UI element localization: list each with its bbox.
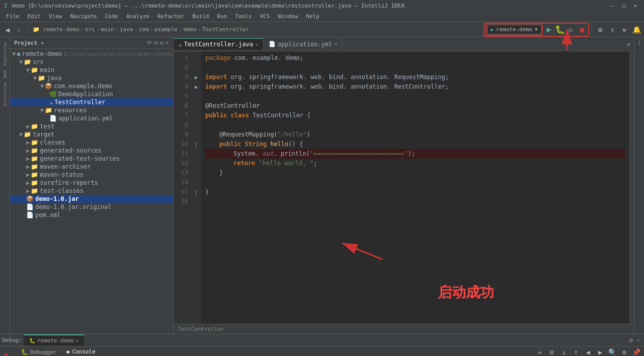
structure-icon[interactable]: Structure [3,82,8,107]
menu-tools[interactable]: Tools [231,12,256,21]
tree-item-maven-status[interactable]: ▶ 📁 maven-status [10,171,173,179]
tree-item-pom-xml[interactable]: 📄 pom.xml [10,211,173,219]
expand-main: ▼ [26,66,30,74]
menu-navigate[interactable]: Navigate [66,12,101,21]
menu-edit[interactable]: Edit [24,12,45,21]
tree-item-maven-archiver[interactable]: ▶ 📁 maven-archiver [10,163,173,171]
tree-item-surefire-reports[interactable]: ▶ 📁 surefire-reports [10,179,173,187]
breadcrumb-demo[interactable]: demo [183,26,197,33]
menu-help[interactable]: Help [302,12,324,21]
tree-item-remote-demo[interactable]: ▼ ◼ remote-demo D:\courseview\project\de… [10,50,173,58]
sidebar-close-icon[interactable]: × [166,39,169,46]
debug-settings-icon[interactable]: ⚙ [628,335,634,345]
tree-item-demo-jar[interactable]: 📦 demo-1.0.jar [10,195,173,203]
back-btn[interactable]: ◀ [2,24,13,35]
debugger-icon: 🐛 [21,349,28,355]
menu-build[interactable]: Build [188,12,213,21]
menu-file[interactable]: File [2,12,24,21]
breadcrumb-testcontroller[interactable]: TestController [202,26,249,33]
debug-button[interactable]: 🐛 [554,24,566,35]
stop-btn[interactable]: ■ [577,24,588,35]
menu-analyze[interactable]: Analyze [122,12,153,21]
breadcrumb-src[interactable]: src [85,26,95,33]
tab-application-yml[interactable]: 📄 application.yml × [264,39,343,50]
forward-btn[interactable]: ▶ [14,24,25,35]
breadcrumb-remote-demo[interactable]: remote-demo [43,26,79,33]
folder-icon-gen-sources: 📁 [31,147,38,154]
console-filter-icon[interactable]: 🔍 [607,347,618,357]
scrollbar-right[interactable] [629,51,634,324]
tree-item-main[interactable]: ▼ 📁 main [10,66,173,74]
minimize-btn[interactable]: – [608,3,617,9]
tree-item-demo-jar-original[interactable]: 📄 demo-1.0.jar.original [10,203,173,211]
tree-item-target[interactable]: ▼ 📁 target [10,130,173,138]
breadcrumb-com[interactable]: com [139,26,149,33]
menu-vcs[interactable]: VCS [256,12,274,21]
tree-item-resources[interactable]: ▼ 📁 resources [10,106,173,114]
console-pin-icon[interactable]: 📌 [631,347,642,357]
web-icon[interactable]: Web [3,70,8,78]
menu-run[interactable]: Run [213,12,231,21]
console-scroll-start-icon[interactable]: ↑ [571,347,582,357]
tree-item-generated-test-sources[interactable]: ▶ 📁 generated-test-sources [10,155,173,163]
right-panel-chevron[interactable]: ⟨ [637,39,641,46]
tree-item-classes[interactable]: ▶ 📁 classes [10,138,173,147]
tree-item-testcontroller[interactable]: ☕ TestController [10,98,173,106]
console-scroll-end-icon[interactable]: ↓ [558,347,570,357]
menu-window[interactable]: Window [274,12,302,21]
build-btn[interactable]: ⚒ [619,24,630,35]
tree-item-package[interactable]: ▼ 📦 com.example.demo [10,82,173,90]
console-prev-icon[interactable]: ◀ [583,347,594,357]
maximize-btn[interactable]: □ [619,3,629,9]
tree-item-test-classes[interactable]: ▶ 📁 test-classes [10,187,173,195]
menu-code[interactable]: Code [101,12,122,21]
config-dropdown-icon[interactable]: ▼ [534,26,538,33]
tree-item-demoapplication[interactable]: 🌿 DemoApplication [10,90,173,98]
breadcrumb-example[interactable]: example [154,26,178,33]
menu-view[interactable]: View [45,12,66,21]
editor-settings-btn[interactable]: ≡ [623,39,634,50]
window-controls[interactable]: – □ × [608,3,640,9]
menu-refactor[interactable]: Refactor [153,12,188,21]
editor-content: 1 2 3 4 5 6 7 8 9 10 11 12 13 14 15 16 [174,51,634,324]
breadcrumb-main[interactable]: main [101,26,114,33]
tree-item-src[interactable]: ▼ 📁 src [10,58,173,66]
collapse-all-icon[interactable]: ⊟ [154,39,157,46]
favorites-icon[interactable]: Favorites [3,41,8,66]
toolbar: ◀ ▶ 📁 remote-demo › src › main › java › … [0,22,644,37]
tab-testcontroller[interactable]: ☕ TestController.java × [174,38,264,50]
console-clear-icon[interactable]: ⊡ [546,347,557,357]
close-btn[interactable]: × [630,3,640,9]
debug-tab-remote-demo[interactable]: 🐛 remote-demo × [24,334,84,346]
file-tree: ▼ ◼ remote-demo D:\courseview\project\de… [10,49,173,334]
tree-item-application-yml[interactable]: 📄 application.yml [10,114,173,122]
console-wrap-icon[interactable]: ⇔ [534,347,545,357]
vcs-btn[interactable]: ↑ [607,24,618,35]
debug-tab-close[interactable]: × [76,338,79,343]
run-with-coverage-btn[interactable]: ▷ [566,24,577,35]
tab-close-application-yml[interactable]: × [334,41,337,47]
debug-resume-btn[interactable]: ▶ [2,348,13,356]
subtab-debugger[interactable]: 🐛 Debugger [16,347,62,356]
tree-path-remote-demo: D:\courseview\project\demo\remote... [64,51,173,57]
run-config-selector[interactable]: ▶ remote-demo ▼ [487,25,541,34]
subtab-console[interactable]: ▶ Console [62,346,101,356]
tree-item-java[interactable]: ▼ 📁 java [10,74,173,82]
sync-icon[interactable]: ⟳ [147,39,152,46]
debug-minimize-icon[interactable]: – [636,335,642,345]
sidebar-icons[interactable]: ⟳ ⊟ ⚙ × [147,39,169,46]
breadcrumb-java[interactable]: java [120,26,133,33]
tab-close-testcontroller[interactable]: × [255,42,258,47]
notifications-btn[interactable]: 🔔 [631,24,642,35]
sidebar-settings-icon[interactable]: ⚙ [160,39,164,46]
editor-footer: TestController [174,324,634,334]
run-button[interactable]: ▶ [543,24,554,35]
jar-file-icon: 📦 [26,195,34,202]
tree-item-test[interactable]: ▶ 📁 test [10,122,173,130]
settings-btn[interactable]: ⚙ [595,24,606,35]
tree-item-generated-sources[interactable]: ▶ 📁 generated-sources [10,147,173,155]
code-area[interactable]: package com. example. demo; import org. … [201,51,629,324]
console-next-icon[interactable]: ▶ [595,347,606,357]
tree-label-test: test [40,123,54,130]
console-settings-icon[interactable]: ⚙ [619,347,630,357]
